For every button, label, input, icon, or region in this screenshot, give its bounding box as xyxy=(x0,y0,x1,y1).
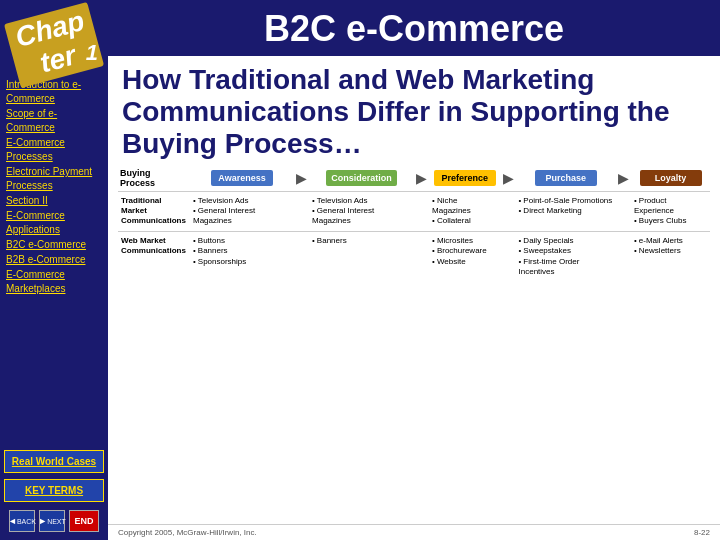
list-item: Microsites xyxy=(432,236,497,246)
sidebar-item-scope[interactable]: Scope of e-Commerce xyxy=(6,107,102,135)
stage-awareness: Awareness xyxy=(190,165,294,192)
subtitle-box: How Traditional and Web Marketing Commun… xyxy=(108,56,720,165)
list-item: Point-of-Sale Promotions xyxy=(519,196,613,206)
list-item: General Interest Magazines xyxy=(193,206,291,227)
arrow-icon: ▶ xyxy=(414,165,429,192)
content-cell: MicrositesBrochurewareWebsite xyxy=(429,231,500,281)
sidebar-item-section2[interactable]: Section II xyxy=(6,194,102,208)
content-cell: Point-of-Sale PromotionsDirect Marketing xyxy=(516,191,616,231)
arrow-spacer xyxy=(616,191,631,231)
list-item: Television Ads xyxy=(193,196,291,206)
arrow-spacer xyxy=(616,231,631,281)
arrow-icon: ▶ xyxy=(294,165,309,192)
back-label: BACK xyxy=(17,518,36,525)
real-world-cases-button[interactable]: Real World Cases xyxy=(4,450,104,473)
list-item: Television Ads xyxy=(312,196,411,206)
arrow-spacer xyxy=(294,191,309,231)
list-item: Direct Marketing xyxy=(519,206,613,216)
list-item: Website xyxy=(432,257,497,267)
nav-buttons: ◄BACK ►NEXT END xyxy=(0,504,108,540)
buying-process-table: Buying ProcessAwareness▶Consideration▶Pr… xyxy=(118,165,710,282)
content-cell: Banners xyxy=(309,231,414,281)
key-terms-button[interactable]: KEY TERMS xyxy=(4,479,104,502)
list-item: Brochureware xyxy=(432,246,497,256)
content-cell: Television AdsGeneral Interest Magazines xyxy=(309,191,414,231)
table-area: Buying ProcessAwareness▶Consideration▶Pr… xyxy=(108,165,720,524)
list-item: Collateral xyxy=(432,216,497,226)
list-item: General Interest Magazines xyxy=(312,206,411,227)
chapter-badge: Chapter 1 xyxy=(0,0,108,72)
arrow-icon: ▶ xyxy=(616,165,631,192)
row-label: Web Market Communications xyxy=(118,231,190,281)
content-cell: e-Mail AlertsNewsletters xyxy=(631,231,710,281)
page-title: B2C e-Commerce xyxy=(118,8,710,50)
list-item: Product Experience xyxy=(634,196,707,217)
stage-consideration: Consideration xyxy=(309,165,414,192)
main-content: B2C e-Commerce How Traditional and Web M… xyxy=(108,0,720,540)
arrow-spacer xyxy=(414,231,429,281)
list-item: Daily Specials xyxy=(519,236,613,246)
buying-process-label: Buying Process xyxy=(118,165,190,192)
table-row: Web Market CommunicationsButtonsBannersS… xyxy=(118,231,710,281)
content-cell: Daily SpecialsSweepstakesFirst-time Orde… xyxy=(516,231,616,281)
table-row: Traditional Market CommunicationsTelevis… xyxy=(118,191,710,231)
list-item: Niche Magazines xyxy=(432,196,497,217)
sidebar-item-marketplaces[interactable]: E-Commerce Marketplaces xyxy=(6,268,102,296)
copyright: Copyright 2005, McGraw-Hill/Irwin, Inc. xyxy=(118,528,257,537)
stage-loyalty: Loyalty xyxy=(631,165,710,192)
content-cell: Niche MagazinesCollateral xyxy=(429,191,500,231)
end-button[interactable]: END xyxy=(69,510,99,532)
list-item: Sponsorships xyxy=(193,257,291,267)
arrow-spacer xyxy=(414,191,429,231)
arrow-icon: ▶ xyxy=(501,165,516,192)
list-item: Sweepstakes xyxy=(519,246,613,256)
list-item: Newsletters xyxy=(634,246,707,256)
sidebar-item-b2c[interactable]: B2C e-Commerce xyxy=(6,238,102,252)
content-cell: Television AdsGeneral Interest Magazines xyxy=(190,191,294,231)
arrow-spacer xyxy=(501,191,516,231)
list-item: Buttons xyxy=(193,236,291,246)
sidebar-item-applications[interactable]: E-Commerce Applications xyxy=(6,209,102,237)
sidebar-item-payment[interactable]: Electronic Payment Processes xyxy=(6,165,102,193)
arrow-spacer xyxy=(294,231,309,281)
stage-preference: Preference xyxy=(429,165,500,192)
sidebar-item-b2b[interactable]: B2B e-Commerce xyxy=(6,253,102,267)
page-number: 8-22 xyxy=(694,528,710,537)
content-cell: Product ExperienceBuyers Clubs xyxy=(631,191,710,231)
page-header: B2C e-Commerce xyxy=(108,0,720,56)
nav-links: Introduction to e-CommerceScope of e-Com… xyxy=(0,72,108,446)
list-item: Buyers Clubs xyxy=(634,216,707,226)
list-item: Banners xyxy=(193,246,291,256)
stage-purchase: Purchase xyxy=(516,165,616,192)
arrow-spacer xyxy=(501,231,516,281)
chapter-number: 1 xyxy=(86,40,98,66)
content-cell: ButtonsBannersSponsorships xyxy=(190,231,294,281)
back-button[interactable]: ◄BACK xyxy=(9,510,35,532)
list-item: First-time Order Incentives xyxy=(519,257,613,278)
sidebar: Chapter 1 Introduction to e-CommerceScop… xyxy=(0,0,108,540)
list-item: e-Mail Alerts xyxy=(634,236,707,246)
list-item: Banners xyxy=(312,236,411,246)
row-label: Traditional Market Communications xyxy=(118,191,190,231)
subtitle-text: How Traditional and Web Marketing Commun… xyxy=(122,64,706,161)
next-button[interactable]: ►NEXT xyxy=(39,510,65,532)
sidebar-item-processes[interactable]: E-Commerce Processes xyxy=(6,136,102,164)
next-label: NEXT xyxy=(47,518,66,525)
footer: Copyright 2005, McGraw-Hill/Irwin, Inc. … xyxy=(108,524,720,540)
